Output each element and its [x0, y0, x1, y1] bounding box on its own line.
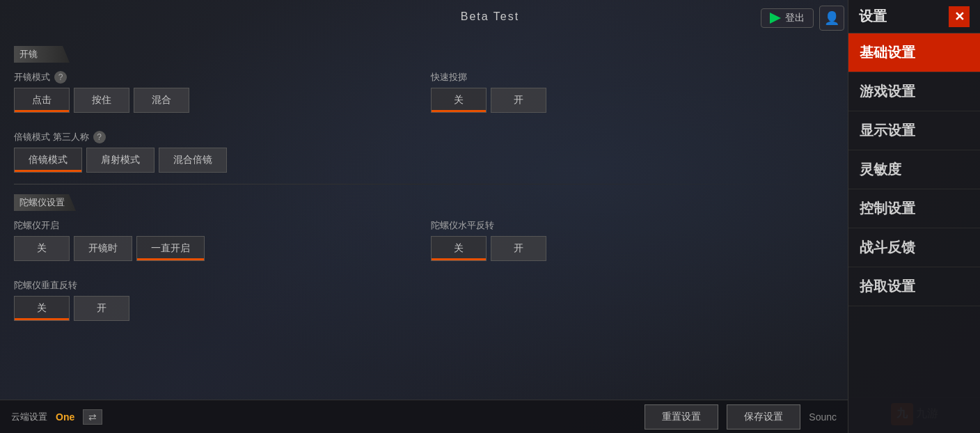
avatar-button[interactable]: 👤 — [819, 6, 844, 31]
scope-mode-mix-btn[interactable]: 混合 — [134, 88, 189, 113]
quick-throw-off-btn[interactable]: 关 — [431, 88, 487, 113]
swap-icon[interactable]: ⇄ — [83, 409, 102, 425]
play-icon — [770, 13, 781, 24]
sidebar-item-control-label: 控制设置 — [860, 200, 915, 216]
gyro-horizontal-label-row: 陀螺仪水平反转 — [431, 219, 834, 232]
gyro-row: 陀螺仪开启 关 开镜时 一直开启 陀螺仪水平反转 关 开 — [14, 219, 834, 272]
sidebar-item-basic-label: 基础设置 — [860, 45, 915, 60]
close-button[interactable]: ✕ — [949, 6, 970, 27]
avatar-icon: 👤 — [824, 10, 839, 26]
gyro-enable-always-btn[interactable]: 一直开启 — [136, 236, 205, 261]
sidebar-item-sensitivity-label: 灵敏度 — [860, 162, 901, 177]
header: Beta Test 登出 👤 — [0, 0, 980, 33]
scope-mode-tap-btn[interactable]: 点击 — [14, 88, 70, 113]
scope-mode-label-row: 开镜模式 ? — [14, 71, 417, 84]
gyro-vertical-options: 关 开 — [14, 296, 834, 321]
gyro-vertical-group: 陀螺仪垂直反转 关 开 — [14, 279, 834, 321]
header-title: Beta Test — [461, 10, 519, 23]
gyro-horizontal-off-btn[interactable]: 关 — [431, 236, 487, 261]
scope-mode-3rd-label: 倍镜模式 第三人称 — [14, 131, 89, 143]
login-button[interactable]: 登出 — [761, 8, 814, 28]
reset-button[interactable]: 重置设置 — [645, 404, 718, 430]
gyro-enable-scope-btn[interactable]: 开镜时 — [74, 236, 132, 261]
scope-section-header: 开镜 — [14, 46, 834, 63]
scope-mode-help-icon[interactable]: ? — [54, 71, 67, 84]
save-button[interactable]: 保存设置 — [727, 404, 800, 430]
quick-throw-label: 快速投掷 — [431, 71, 467, 84]
quick-throw-group: 快速投掷 关 开 — [431, 71, 834, 113]
sidebar-item-pickup-label: 拾取设置 — [860, 278, 915, 294]
scope-mode-group: 开镜模式 ? 点击 按住 混合 — [14, 71, 417, 113]
bottom-bar: 云端设置 One ⇄ 重置设置 保存设置 Sounc — [0, 400, 848, 433]
sidebar-title: 设置 — [859, 7, 887, 26]
quick-throw-label-row: 快速投掷 — [431, 71, 834, 84]
gyro-enable-off-btn[interactable]: 关 — [14, 236, 70, 261]
gyro-horizontal-group: 陀螺仪水平反转 关 开 — [431, 219, 834, 261]
gyro-vertical-label-row: 陀螺仪垂直反转 — [14, 279, 834, 292]
quick-throw-on-btn[interactable]: 开 — [491, 88, 546, 113]
sidebar-header: 设置 ✕ — [848, 0, 980, 33]
sidebar-item-sensitivity[interactable]: 灵敏度 — [848, 150, 980, 189]
gyro-enable-label-row: 陀螺仪开启 — [14, 219, 417, 232]
scope-mode-3rd-label-row: 倍镜模式 第三人称 ? — [14, 131, 834, 143]
gyro-enable-label: 陀螺仪开启 — [14, 219, 59, 232]
gyro-horizontal-on-btn[interactable]: 开 — [491, 236, 546, 261]
sidebar-item-combat-label: 战斗反馈 — [860, 239, 915, 255]
gyro-horizontal-label: 陀螺仪水平反转 — [431, 219, 494, 232]
main-content: 开镜 开镜模式 ? 点击 按住 混合 快速投掷 关 开 — [0, 33, 848, 433]
scope-mode-3rd-group: 倍镜模式 第三人称 ? 倍镜模式 肩射模式 混合倍镜 — [14, 131, 834, 173]
scope-mode-3rd-shoulder-btn[interactable]: 肩射模式 — [86, 148, 155, 173]
sidebar-item-combat[interactable]: 战斗反馈 — [848, 228, 980, 267]
scope-mode-hold-btn[interactable]: 按住 — [74, 88, 129, 113]
sidebar-item-display[interactable]: 显示设置 — [848, 111, 980, 150]
scope-mode-label: 开镜模式 — [14, 71, 50, 84]
sidebar: 设置 ✕ 基础设置 游戏设置 显示设置 灵敏度 控制设置 战斗反馈 拾取设置 — [848, 0, 980, 433]
gyro-vertical-off-btn[interactable]: 关 — [14, 296, 70, 321]
sound-label: Sounc — [809, 411, 837, 423]
scope-mode-3rd-help-icon[interactable]: ? — [93, 131, 106, 143]
login-label: 登出 — [785, 12, 805, 24]
scope-mode-3rd-scope-btn[interactable]: 倍镜模式 — [14, 148, 82, 173]
header-right: 登出 👤 — [761, 6, 844, 31]
gyro-vertical-on-btn[interactable]: 开 — [74, 296, 129, 321]
scope-section-label: 开镜 — [14, 46, 70, 63]
scope-mode-options: 点击 按住 混合 — [14, 88, 417, 113]
gyro-enable-options: 关 开镜时 一直开启 — [14, 236, 417, 261]
sidebar-item-game-label: 游戏设置 — [860, 84, 915, 99]
gyro-section-header: 陀螺仪设置 — [14, 194, 834, 211]
divider-1 — [14, 184, 834, 184]
sidebar-item-basic[interactable]: 基础设置 — [848, 33, 980, 72]
sidebar-item-control[interactable]: 控制设置 — [848, 189, 980, 228]
sidebar-item-display-label: 显示设置 — [860, 123, 915, 138]
quick-throw-options: 关 开 — [431, 88, 834, 113]
gyro-enable-group: 陀螺仪开启 关 开镜时 一直开启 — [14, 219, 417, 261]
gyro-horizontal-options: 关 开 — [431, 236, 834, 261]
gyro-section-label: 陀螺仪设置 — [14, 194, 76, 211]
gyro-vertical-label: 陀螺仪垂直反转 — [14, 279, 77, 292]
scope-mode-3rd-options: 倍镜模式 肩射模式 混合倍镜 — [14, 148, 834, 173]
cloud-label: 云端设置 — [11, 411, 47, 423]
sidebar-item-pickup[interactable]: 拾取设置 — [848, 267, 980, 306]
scope-row: 开镜模式 ? 点击 按住 混合 快速投掷 关 开 — [14, 71, 834, 124]
sidebar-item-game[interactable]: 游戏设置 — [848, 72, 980, 111]
scope-mode-3rd-mix-btn[interactable]: 混合倍镜 — [159, 148, 227, 173]
cloud-value: One — [56, 411, 74, 423]
